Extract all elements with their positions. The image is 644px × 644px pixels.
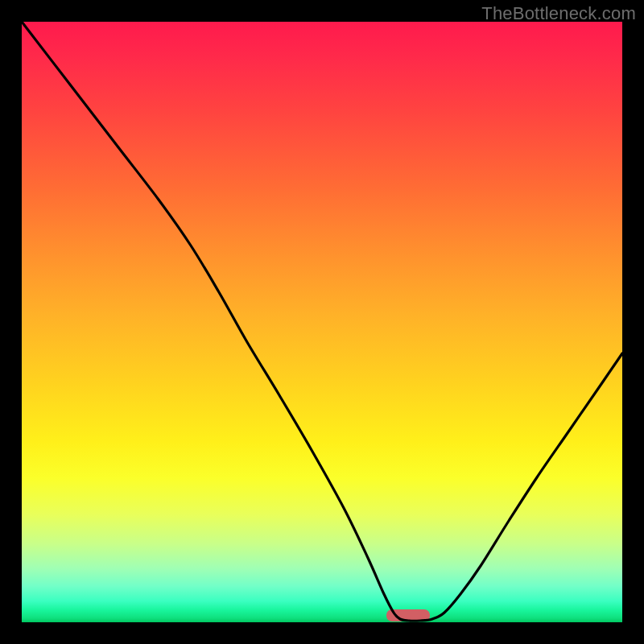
curve-svg <box>22 22 622 622</box>
plot-area <box>22 22 622 622</box>
chart-frame: TheBottleneck.com <box>0 0 644 644</box>
bottleneck-curve-path <box>22 22 622 621</box>
